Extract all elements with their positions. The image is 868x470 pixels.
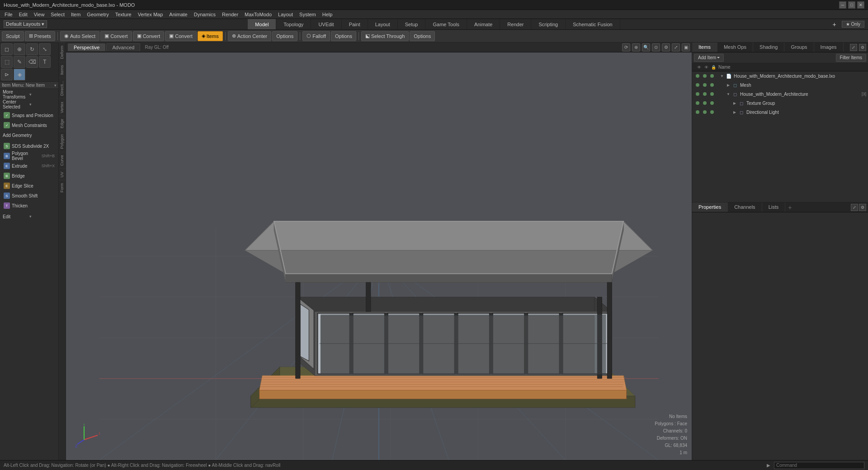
convert3-button[interactable]: ▣ Convert xyxy=(165,31,197,41)
tab-schematic-fusion[interactable]: Schematic Fusion xyxy=(566,19,620,29)
tool-icon-paint[interactable]: ✎ xyxy=(14,56,25,68)
menu-item[interactable]: Item xyxy=(68,11,83,18)
tree-arrow-mesh[interactable]: ▶ xyxy=(726,82,731,88)
tool-icon-select[interactable]: ◻ xyxy=(1,43,13,55)
tab-animate[interactable]: Animate xyxy=(467,19,500,29)
vp-icon-frame[interactable]: ⊙ xyxy=(652,43,660,52)
right-panel-settings-icon[interactable]: ⚙ xyxy=(859,44,866,51)
viewport-tab-advanced[interactable]: Advanced xyxy=(106,43,140,51)
vis-mesh2[interactable] xyxy=(701,83,708,87)
tree-item-house[interactable]: ▼ ◻ House_with_Modern_Architecture [3] xyxy=(692,89,868,99)
options2-button[interactable]: Options xyxy=(331,31,356,41)
tree-arrow-house[interactable]: ▼ xyxy=(726,91,731,97)
command-input[interactable] xyxy=(774,462,864,469)
rb-tab-plus[interactable]: + xyxy=(785,202,794,212)
tree-item-root[interactable]: ▼ 📄 House_with_Modern_Architecture_modo_… xyxy=(692,71,868,80)
tool-icon-scale[interactable]: ⤡ xyxy=(39,43,51,55)
minimize-button[interactable]: ─ xyxy=(839,1,846,9)
menu-texture[interactable]: Texture xyxy=(113,11,134,18)
right-tab-shading[interactable]: Shading xyxy=(753,42,784,52)
rb-tab-properties[interactable]: Properties xyxy=(692,202,728,212)
falloff-button[interactable]: ⬡ Falloff xyxy=(302,31,330,41)
tree-item-texture-group[interactable]: ▶ ◻ Texture Group xyxy=(692,99,868,108)
vis-light3[interactable] xyxy=(708,110,716,114)
rb-expand-icon[interactable]: ⤢ xyxy=(851,204,858,211)
thicken-item[interactable]: T Thicken xyxy=(2,201,57,210)
menu-vertex-map[interactable]: Vertex Map xyxy=(135,11,166,18)
layout-dropdown[interactable]: Default Layouts ▾ xyxy=(4,20,47,28)
viewport-canvas[interactable]: X Y Z No Items Polygons : Face Channels:… xyxy=(66,52,692,460)
tree-arrow-root[interactable]: ▼ xyxy=(719,73,725,79)
tab-game-tools[interactable]: Game Tools xyxy=(425,19,467,29)
vp-icon-expand[interactable]: ⤢ xyxy=(672,43,680,52)
bridge-item[interactable]: B Bridge xyxy=(2,171,57,180)
vis-root2[interactable] xyxy=(701,74,708,78)
filter-items-button[interactable]: Filter Items xyxy=(836,54,866,62)
v-label-vertex[interactable]: Vertex xyxy=(59,99,66,116)
tool-icon-rotate[interactable]: ↻ xyxy=(26,43,38,55)
v-label-uv[interactable]: UV xyxy=(59,169,66,180)
tool-icon-view[interactable]: ◈ xyxy=(14,69,25,80)
right-panel-expand-icon[interactable]: ⤢ xyxy=(850,44,857,51)
vis-light2[interactable] xyxy=(701,110,708,114)
vis-tex2[interactable] xyxy=(701,101,708,105)
add-geometry-header[interactable]: Add Geometry xyxy=(2,131,57,140)
polygon-bevel-item[interactable]: B Polygon Bevel Shift+B xyxy=(2,151,57,160)
vis-house2[interactable] xyxy=(701,92,708,96)
auto-select-button[interactable]: ◉ Auto Select xyxy=(60,31,99,41)
extrude-item[interactable]: E Extrude Shift+X xyxy=(2,161,57,170)
vis-root3[interactable] xyxy=(708,74,716,78)
options1-button[interactable]: Options xyxy=(272,31,297,41)
vis-tex[interactable] xyxy=(694,101,701,105)
menu-render[interactable]: Render xyxy=(219,11,241,18)
vis-tex3[interactable] xyxy=(708,101,716,105)
vis-mesh[interactable] xyxy=(694,83,701,87)
right-tab-mesh-ops[interactable]: Mesh Ops xyxy=(717,42,753,52)
v-label-directional[interactable]: Directi... xyxy=(59,78,66,99)
tree-item-mesh[interactable]: ▶ ◻ Mesh xyxy=(692,80,868,89)
select-through-button[interactable]: ⬕ Select Through xyxy=(361,31,409,41)
tree-arrow-light[interactable]: ▶ xyxy=(732,109,737,115)
vp-icon-collapse[interactable]: ▣ xyxy=(682,43,690,52)
vp-icon-settings[interactable]: ⚙ xyxy=(662,43,670,52)
more-transforms-header[interactable]: More Transforms ▾ xyxy=(2,90,57,99)
tool-icon-eraser[interactable]: ⌫ xyxy=(26,56,38,68)
tool-icon-move[interactable]: ⊕ xyxy=(14,43,25,55)
status-arrow[interactable]: ▶ xyxy=(767,463,770,468)
menu-system[interactable]: System xyxy=(297,11,319,18)
edit-header[interactable]: Edit ▾ xyxy=(2,212,57,221)
tab-model[interactable]: Model xyxy=(248,19,276,29)
right-tab-items[interactable]: Items xyxy=(692,42,717,52)
tab-setup[interactable]: Setup xyxy=(398,19,426,29)
tab-plus-button[interactable]: + xyxy=(830,21,838,28)
menu-view[interactable]: View xyxy=(31,11,47,18)
menu-animate[interactable]: Animate xyxy=(166,11,190,18)
add-item-button[interactable]: Add Item xyxy=(694,54,724,62)
menu-help[interactable]: Help xyxy=(320,11,335,18)
sculpt-button[interactable]: Sculpt xyxy=(2,31,24,41)
tree-item-dir-light[interactable]: ▶ ◻ Directional Light xyxy=(692,108,868,117)
vp-icon-zoom[interactable]: 🔍 xyxy=(642,43,650,52)
smooth-shift-item[interactable]: S Smooth Shift xyxy=(2,191,57,200)
menu-edit[interactable]: Edit xyxy=(16,11,30,18)
edge-slice-item[interactable]: E Edge Slice xyxy=(2,181,57,190)
options3-button[interactable]: Options xyxy=(410,31,435,41)
convert1-button[interactable]: ▣ Convert xyxy=(100,31,132,41)
v-label-curve[interactable]: Curve xyxy=(59,152,66,169)
tab-topology[interactable]: Topology xyxy=(276,19,311,29)
menu-select[interactable]: Select xyxy=(48,11,67,18)
rb-tab-channels[interactable]: Channels xyxy=(728,202,762,212)
menu-maxtomodo[interactable]: MaxToModo xyxy=(242,11,274,18)
mesh-constraints-item[interactable]: ✓ Mesh Constraints xyxy=(2,121,57,130)
convert2-button[interactable]: ▣ Convert xyxy=(133,31,165,41)
vis-house3[interactable] xyxy=(708,92,716,96)
tree-arrow-texture[interactable]: ▶ xyxy=(732,100,737,106)
v-label-form[interactable]: Form xyxy=(59,180,66,195)
viewport-tab-perspective[interactable]: Perspective xyxy=(68,43,105,51)
tab-paint[interactable]: Paint xyxy=(342,19,368,29)
sds-subdivide-item[interactable]: S SDS Subdivide 2X xyxy=(2,141,57,150)
menu-dynamics[interactable]: Dynamics xyxy=(191,11,218,18)
only-button[interactable]: ★ Only xyxy=(842,21,864,28)
snaps-precision-item[interactable]: ✓ Snaps and Precision xyxy=(2,111,57,120)
vis-light[interactable] xyxy=(694,110,701,114)
